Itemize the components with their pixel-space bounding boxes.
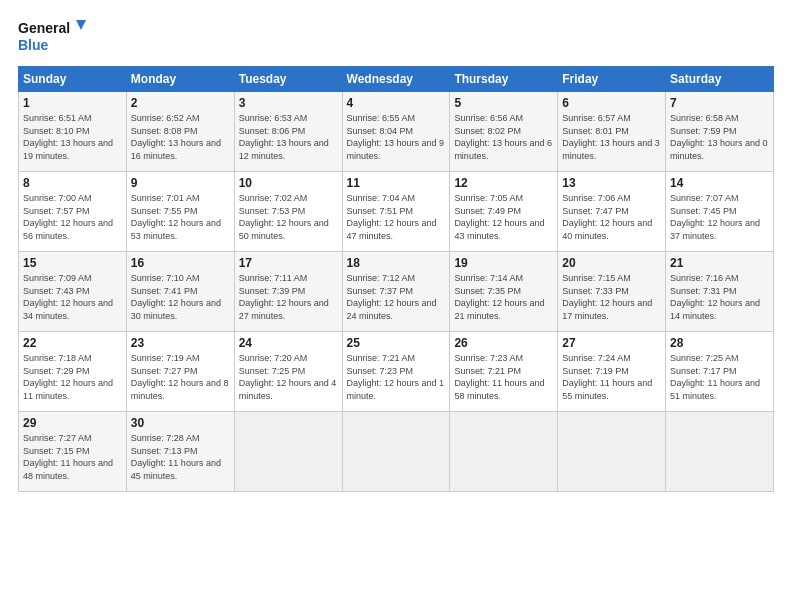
calendar-week-row: 1Sunrise: 6:51 AMSunset: 8:10 PMDaylight… xyxy=(19,92,774,172)
calendar-day-cell: 17Sunrise: 7:11 AMSunset: 7:39 PMDayligh… xyxy=(234,252,342,332)
day-number: 15 xyxy=(23,256,122,270)
calendar-day-cell: 27Sunrise: 7:24 AMSunset: 7:19 PMDayligh… xyxy=(558,332,666,412)
day-info: Sunrise: 6:58 AMSunset: 7:59 PMDaylight:… xyxy=(670,113,768,161)
day-number: 1 xyxy=(23,96,122,110)
calendar-day-cell: 9Sunrise: 7:01 AMSunset: 7:55 PMDaylight… xyxy=(126,172,234,252)
svg-text:Blue: Blue xyxy=(18,37,49,53)
day-number: 17 xyxy=(239,256,338,270)
calendar-body: 1Sunrise: 6:51 AMSunset: 8:10 PMDaylight… xyxy=(19,92,774,492)
day-number: 25 xyxy=(347,336,446,350)
day-header-friday: Friday xyxy=(558,67,666,92)
day-number: 24 xyxy=(239,336,338,350)
day-info: Sunrise: 7:25 AMSunset: 7:17 PMDaylight:… xyxy=(670,353,760,401)
calendar-day-cell: 3Sunrise: 6:53 AMSunset: 8:06 PMDaylight… xyxy=(234,92,342,172)
day-number: 10 xyxy=(239,176,338,190)
calendar-day-cell: 16Sunrise: 7:10 AMSunset: 7:41 PMDayligh… xyxy=(126,252,234,332)
day-header-sunday: Sunday xyxy=(19,67,127,92)
day-info: Sunrise: 7:24 AMSunset: 7:19 PMDaylight:… xyxy=(562,353,652,401)
day-info: Sunrise: 7:04 AMSunset: 7:51 PMDaylight:… xyxy=(347,193,437,241)
calendar-day-cell xyxy=(342,412,450,492)
calendar-week-row: 22Sunrise: 7:18 AMSunset: 7:29 PMDayligh… xyxy=(19,332,774,412)
calendar-day-cell: 28Sunrise: 7:25 AMSunset: 7:17 PMDayligh… xyxy=(666,332,774,412)
day-info: Sunrise: 7:28 AMSunset: 7:13 PMDaylight:… xyxy=(131,433,221,481)
calendar-day-cell: 5Sunrise: 6:56 AMSunset: 8:02 PMDaylight… xyxy=(450,92,558,172)
calendar-day-cell: 26Sunrise: 7:23 AMSunset: 7:21 PMDayligh… xyxy=(450,332,558,412)
calendar-day-cell xyxy=(666,412,774,492)
day-header-wednesday: Wednesday xyxy=(342,67,450,92)
day-number: 18 xyxy=(347,256,446,270)
day-info: Sunrise: 6:53 AMSunset: 8:06 PMDaylight:… xyxy=(239,113,329,161)
calendar-day-cell: 21Sunrise: 7:16 AMSunset: 7:31 PMDayligh… xyxy=(666,252,774,332)
day-info: Sunrise: 7:20 AMSunset: 7:25 PMDaylight:… xyxy=(239,353,337,401)
day-info: Sunrise: 6:57 AMSunset: 8:01 PMDaylight:… xyxy=(562,113,660,161)
day-number: 13 xyxy=(562,176,661,190)
day-number: 8 xyxy=(23,176,122,190)
logo: General Blue xyxy=(18,16,88,56)
day-header-tuesday: Tuesday xyxy=(234,67,342,92)
day-info: Sunrise: 7:10 AMSunset: 7:41 PMDaylight:… xyxy=(131,273,221,321)
day-info: Sunrise: 7:11 AMSunset: 7:39 PMDaylight:… xyxy=(239,273,329,321)
calendar-day-cell: 14Sunrise: 7:07 AMSunset: 7:45 PMDayligh… xyxy=(666,172,774,252)
day-number: 19 xyxy=(454,256,553,270)
calendar-day-cell: 11Sunrise: 7:04 AMSunset: 7:51 PMDayligh… xyxy=(342,172,450,252)
day-info: Sunrise: 7:14 AMSunset: 7:35 PMDaylight:… xyxy=(454,273,544,321)
calendar-day-cell: 8Sunrise: 7:00 AMSunset: 7:57 PMDaylight… xyxy=(19,172,127,252)
day-number: 5 xyxy=(454,96,553,110)
day-info: Sunrise: 6:52 AMSunset: 8:08 PMDaylight:… xyxy=(131,113,221,161)
calendar-day-cell: 22Sunrise: 7:18 AMSunset: 7:29 PMDayligh… xyxy=(19,332,127,412)
day-info: Sunrise: 6:51 AMSunset: 8:10 PMDaylight:… xyxy=(23,113,113,161)
day-number: 21 xyxy=(670,256,769,270)
calendar-day-cell: 12Sunrise: 7:05 AMSunset: 7:49 PMDayligh… xyxy=(450,172,558,252)
day-number: 28 xyxy=(670,336,769,350)
day-info: Sunrise: 6:55 AMSunset: 8:04 PMDaylight:… xyxy=(347,113,445,161)
day-number: 7 xyxy=(670,96,769,110)
calendar-day-cell: 15Sunrise: 7:09 AMSunset: 7:43 PMDayligh… xyxy=(19,252,127,332)
calendar-week-row: 29Sunrise: 7:27 AMSunset: 7:15 PMDayligh… xyxy=(19,412,774,492)
calendar-day-cell: 18Sunrise: 7:12 AMSunset: 7:37 PMDayligh… xyxy=(342,252,450,332)
day-info: Sunrise: 7:09 AMSunset: 7:43 PMDaylight:… xyxy=(23,273,113,321)
day-number: 16 xyxy=(131,256,230,270)
calendar-week-row: 15Sunrise: 7:09 AMSunset: 7:43 PMDayligh… xyxy=(19,252,774,332)
calendar-day-cell: 4Sunrise: 6:55 AMSunset: 8:04 PMDaylight… xyxy=(342,92,450,172)
day-number: 2 xyxy=(131,96,230,110)
calendar-day-cell xyxy=(234,412,342,492)
calendar-day-cell xyxy=(558,412,666,492)
page-header: General Blue xyxy=(18,16,774,56)
day-info: Sunrise: 7:15 AMSunset: 7:33 PMDaylight:… xyxy=(562,273,652,321)
calendar-week-row: 8Sunrise: 7:00 AMSunset: 7:57 PMDaylight… xyxy=(19,172,774,252)
day-number: 3 xyxy=(239,96,338,110)
day-info: Sunrise: 7:02 AMSunset: 7:53 PMDaylight:… xyxy=(239,193,329,241)
calendar-day-cell: 24Sunrise: 7:20 AMSunset: 7:25 PMDayligh… xyxy=(234,332,342,412)
calendar-day-cell: 1Sunrise: 6:51 AMSunset: 8:10 PMDaylight… xyxy=(19,92,127,172)
day-info: Sunrise: 7:27 AMSunset: 7:15 PMDaylight:… xyxy=(23,433,113,481)
day-info: Sunrise: 7:23 AMSunset: 7:21 PMDaylight:… xyxy=(454,353,544,401)
day-info: Sunrise: 7:18 AMSunset: 7:29 PMDaylight:… xyxy=(23,353,113,401)
day-number: 30 xyxy=(131,416,230,430)
calendar-day-cell: 20Sunrise: 7:15 AMSunset: 7:33 PMDayligh… xyxy=(558,252,666,332)
calendar-day-cell: 6Sunrise: 6:57 AMSunset: 8:01 PMDaylight… xyxy=(558,92,666,172)
calendar-day-cell: 2Sunrise: 6:52 AMSunset: 8:08 PMDaylight… xyxy=(126,92,234,172)
calendar-table: SundayMondayTuesdayWednesdayThursdayFrid… xyxy=(18,66,774,492)
day-info: Sunrise: 6:56 AMSunset: 8:02 PMDaylight:… xyxy=(454,113,552,161)
day-info: Sunrise: 7:12 AMSunset: 7:37 PMDaylight:… xyxy=(347,273,437,321)
day-info: Sunrise: 7:21 AMSunset: 7:23 PMDaylight:… xyxy=(347,353,445,401)
calendar-day-cell: 10Sunrise: 7:02 AMSunset: 7:53 PMDayligh… xyxy=(234,172,342,252)
day-info: Sunrise: 7:00 AMSunset: 7:57 PMDaylight:… xyxy=(23,193,113,241)
day-number: 20 xyxy=(562,256,661,270)
day-info: Sunrise: 7:06 AMSunset: 7:47 PMDaylight:… xyxy=(562,193,652,241)
day-number: 9 xyxy=(131,176,230,190)
day-header-monday: Monday xyxy=(126,67,234,92)
day-number: 11 xyxy=(347,176,446,190)
day-number: 23 xyxy=(131,336,230,350)
day-number: 14 xyxy=(670,176,769,190)
logo-svg: General Blue xyxy=(18,16,88,56)
day-number: 6 xyxy=(562,96,661,110)
calendar-header-row: SundayMondayTuesdayWednesdayThursdayFrid… xyxy=(19,67,774,92)
day-number: 29 xyxy=(23,416,122,430)
calendar-day-cell: 25Sunrise: 7:21 AMSunset: 7:23 PMDayligh… xyxy=(342,332,450,412)
day-header-saturday: Saturday xyxy=(666,67,774,92)
day-info: Sunrise: 7:05 AMSunset: 7:49 PMDaylight:… xyxy=(454,193,544,241)
day-number: 27 xyxy=(562,336,661,350)
calendar-day-cell: 7Sunrise: 6:58 AMSunset: 7:59 PMDaylight… xyxy=(666,92,774,172)
day-info: Sunrise: 7:19 AMSunset: 7:27 PMDaylight:… xyxy=(131,353,229,401)
